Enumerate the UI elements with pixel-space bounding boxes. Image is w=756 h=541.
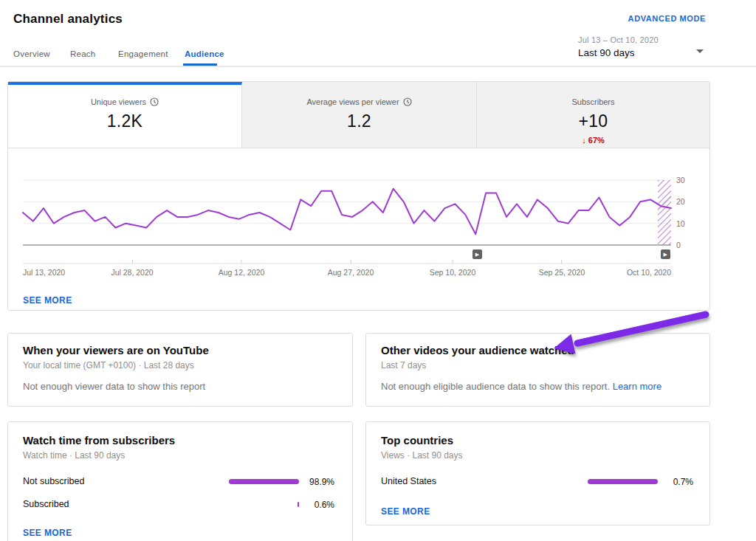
y-axis-tick: 20 [676,197,693,206]
metric-card-subscribers[interactable]: Subscribers +10 ↓ 67% [477,82,709,148]
video-publish-marker[interactable]: ▶ [661,249,670,259]
bar-label: Not subscribed [23,476,84,486]
metric-label: Subscribers [571,97,614,106]
bar-fill [229,479,299,484]
see-more-link[interactable]: SEE MORE [381,506,430,517]
y-axis-tick: 0 [676,241,693,249]
metric-card-average-views[interactable]: Average views per viewer 1.2 [242,82,477,148]
metric-label: Average views per viewer [306,97,399,106]
card-empty-message: Not enough eligible audience data to sho… [381,381,662,392]
card-other-videos-watched: Other videos your audience watched Last … [365,333,710,407]
card-title: Other videos your audience watched [381,344,574,356]
empty-message-text: Not enough eligible audience data to sho… [381,381,613,392]
metric-delta-value: 67% [588,136,605,145]
down-arrow-icon: ↓ [582,136,586,145]
tab-overview[interactable]: Overview [13,49,50,58]
bar-row-subscribed: Subscribed 0.6% [8,499,352,509]
card-title: Watch time from subscribers [23,434,175,447]
advanced-mode-link[interactable]: ADVANCED MODE [628,14,706,23]
analytics-tabs: Overview Reach Engagement Audience [0,47,756,66]
card-title: Top countries [381,434,453,447]
bar-row-not-subscribed: Not subscribed 98.9% [8,476,352,486]
bar-fill [588,479,658,484]
x-axis-tick: Oct 10, 2020 [597,268,671,277]
metric-value: 1.2 [242,111,476,131]
bar-value: 0.7% [649,477,693,487]
learn-more-link[interactable]: Learn more [613,381,662,392]
see-more-link[interactable]: SEE MORE [23,528,72,538]
metric-label: Unique viewers [91,97,146,106]
card-when-viewers-on-youtube: When your viewers are on YouTube Your lo… [7,333,353,407]
tab-reach[interactable]: Reach [70,49,96,58]
metric-cards-strip: Unique viewers 1.2K Average views per vi… [8,82,709,148]
bar-value: 98.9% [290,477,334,487]
x-axis-tick: Sep 25, 2020 [525,268,599,277]
bar-track [588,479,658,484]
metric-card-unique-viewers[interactable]: Unique viewers 1.2K [8,82,242,148]
tab-engagement[interactable]: Engagement [118,49,168,58]
video-publish-marker[interactable]: ▶ [472,249,482,259]
tab-audience[interactable]: Audience [185,49,224,58]
x-axis-tick: Sep 10, 2020 [416,268,489,277]
clock-icon [403,97,412,106]
x-axis-tick: Aug 27, 2020 [314,268,388,277]
card-watch-time-from-subscribers: Watch time from subscribers Watch time ·… [7,421,353,541]
card-subtitle: Views · Last 90 days [381,450,463,461]
card-subtitle: Last 7 days [381,360,426,371]
x-axis-tick: Aug 12, 2020 [205,268,278,277]
card-subtitle: Watch time · Last 90 days [23,450,125,461]
bar-value: 0.6% [290,500,334,510]
analytics-summary-card: Unique viewers 1.2K Average views per vi… [7,81,710,311]
metric-delta: ↓ 67% [477,136,709,145]
date-range-text: Jul 13 – Oct 10, 2020 [578,35,705,44]
partial-data-band [658,180,671,245]
card-empty-message: Not enough viewer data to show this repo… [23,381,205,392]
x-axis-tick: Jul 28, 2020 [95,268,169,277]
x-axis-tick: Jul 13, 2020 [23,268,65,277]
header-divider [0,66,756,67]
metric-value: +10 [477,111,709,131]
bar-label: Subscribed [23,499,69,509]
clock-icon [150,97,159,106]
card-top-countries: Top countries Views · Last 90 days Unite… [365,421,710,526]
metric-value: 1.2K [8,111,241,131]
channel-analytics-page: Channel analytics ADVANCED MODE Jul 13 –… [0,0,756,541]
card-title: When your viewers are on YouTube [23,344,209,356]
y-axis-tick: 30 [676,176,693,185]
card-subtitle: Your local time (GMT +0100) · Last 28 da… [23,360,194,371]
bar-label: United States [381,476,436,486]
see-more-link[interactable]: SEE MORE [23,295,72,306]
bar-row-united-states: United States 0.7% [366,476,709,486]
active-tab-indicator [183,63,217,66]
bar-track [229,502,299,507]
bar-track [229,479,299,484]
y-axis-tick: 10 [676,219,693,228]
page-title: Channel analytics [13,12,123,27]
